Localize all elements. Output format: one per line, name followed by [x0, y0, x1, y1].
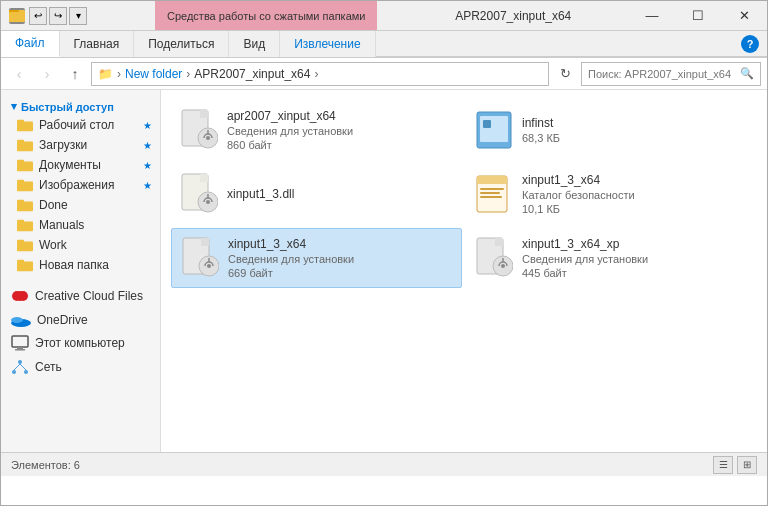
file-item-infinst[interactable]: infinst 68,3 КБ — [466, 100, 757, 160]
sidebar-item-work-label: Work — [39, 238, 67, 252]
qs-btn-3[interactable]: ▾ — [69, 7, 87, 25]
sidebar-item-work[interactable]: Work — [1, 235, 160, 255]
sidebar-item-new-folder[interactable]: Новая папка — [1, 255, 160, 275]
title-bar: ↩ ↪ ▾ Средства работы со сжатыми папками… — [1, 1, 767, 31]
svg-point-35 — [206, 136, 210, 140]
tab-home[interactable]: Главная — [60, 31, 135, 57]
forward-button[interactable]: › — [35, 62, 59, 86]
svg-rect-8 — [17, 181, 33, 191]
tab-share[interactable]: Поделиться — [134, 31, 229, 57]
file-desc-apr2007: Сведения для установки — [227, 125, 353, 137]
search-box[interactable]: 🔍 — [581, 62, 761, 86]
svg-rect-3 — [17, 120, 24, 123]
sidebar-item-pictures[interactable]: Изображения ★ — [1, 175, 160, 195]
file-item-dll[interactable]: xinput1_3.dll — [171, 164, 462, 224]
sidebar-item-done[interactable]: Done — [1, 195, 160, 215]
sidebar-item-documents-label: Документы — [39, 158, 101, 172]
tab-view[interactable]: Вид — [229, 31, 280, 57]
sidebar-item-network[interactable]: Сеть — [1, 355, 160, 379]
breadcrumb-current: APR2007_xinput_x64 — [194, 67, 310, 81]
sidebar-item-documents[interactable]: Документы ★ — [1, 155, 160, 175]
search-icon: 🔍 — [740, 67, 754, 80]
grid-view-button[interactable]: ⊞ — [737, 456, 757, 474]
file-size-infinst: 68,3 КБ — [522, 132, 560, 144]
svg-rect-11 — [17, 200, 24, 203]
svg-rect-47 — [477, 176, 507, 184]
sidebar-quick-access-title: Быстрый доступ — [21, 101, 114, 113]
status-bar: Элементов: 6 ☰ ⊞ — [1, 452, 767, 476]
breadcrumb-new-folder[interactable]: New folder — [125, 67, 182, 81]
tab-extract[interactable]: Извлечение — [280, 31, 375, 57]
close-button[interactable]: ✕ — [721, 1, 767, 30]
maximize-button[interactable]: ☐ — [675, 1, 721, 30]
ribbon: Файл Главная Поделиться Вид Извлечение ? — [1, 31, 767, 58]
svg-rect-9 — [17, 180, 24, 183]
sidebar-item-desktop-label: Рабочий стол — [39, 118, 114, 132]
svg-line-30 — [20, 364, 26, 370]
help-icon[interactable]: ? — [741, 35, 759, 53]
file-item-apr2007[interactable]: apr2007_xinput_x64 Сведения для установк… — [171, 100, 462, 160]
svg-rect-39 — [483, 120, 491, 128]
pin-icon: ★ — [143, 120, 152, 131]
file-icon-setup — [179, 110, 219, 150]
file-item-xp[interactable]: xinput1_3_x64_xp Сведения для установки … — [466, 228, 757, 288]
file-name-infinst: infinst — [522, 116, 560, 130]
qs-btn-2[interactable]: ↪ — [49, 7, 67, 25]
svg-rect-15 — [17, 240, 24, 243]
file-info-xinput-setup: xinput1_3_x64 Сведения для установки 669… — [228, 237, 354, 279]
back-button[interactable]: ‹ — [7, 62, 31, 86]
file-desc-xp: Сведения для установки — [522, 253, 648, 265]
tab-file[interactable]: Файл — [1, 31, 60, 57]
folder-icon — [17, 258, 33, 272]
sidebar-item-desktop[interactable]: Рабочий стол ★ — [1, 115, 160, 135]
svg-rect-23 — [12, 336, 28, 347]
svg-rect-38 — [480, 116, 508, 142]
sidebar-item-downloads[interactable]: Загрузки ★ — [1, 135, 160, 155]
main-area: ▾ Быстрый доступ Рабочий стол ★ Загрузки… — [1, 90, 767, 452]
breadcrumb-sep-3: › — [314, 67, 318, 81]
file-item-catalog[interactable]: xinput1_3_x64 Каталог безопасности 10,1 … — [466, 164, 757, 224]
app-file-icon — [475, 108, 513, 152]
folder-icon — [17, 138, 33, 152]
list-view-button[interactable]: ☰ — [713, 456, 733, 474]
sidebar-item-onedrive[interactable]: OneDrive — [1, 309, 160, 331]
file-size-catalog: 10,1 КБ — [522, 203, 635, 215]
folder-icon — [17, 218, 33, 232]
file-info-apr2007: apr2007_xinput_x64 Сведения для установк… — [227, 109, 353, 151]
minimize-button[interactable]: — — [629, 1, 675, 30]
sidebar-item-new-folder-label: Новая папка — [39, 258, 109, 272]
sidebar-item-manuals-label: Manuals — [39, 218, 84, 232]
file-item-xinput-setup[interactable]: xinput1_3_x64 Сведения для установки 669… — [171, 228, 462, 288]
refresh-button[interactable]: ↻ — [553, 62, 577, 86]
sidebar-item-downloads-label: Загрузки — [39, 138, 87, 152]
computer-icon — [11, 335, 29, 351]
file-icon-dll — [179, 174, 219, 214]
search-input[interactable] — [588, 68, 736, 80]
dll-file-icon — [180, 172, 218, 216]
file-area: apr2007_xinput_x64 Сведения для установк… — [161, 90, 767, 452]
sidebar-item-done-label: Done — [39, 198, 68, 212]
sidebar-item-cc[interactable]: Creative Cloud Files — [1, 283, 160, 309]
sidebar-item-computer[interactable]: Этот компьютер — [1, 331, 160, 355]
svg-rect-6 — [17, 161, 33, 171]
svg-rect-10 — [17, 201, 33, 211]
file-icon-catalog — [474, 174, 514, 214]
setup-file3-icon — [475, 236, 513, 280]
quick-access-label[interactable]: ▾ Быстрый доступ — [1, 96, 160, 115]
breadcrumb[interactable]: 📁 › New folder › APR2007_xinput_x64 › — [91, 62, 549, 86]
pin-icon: ★ — [143, 140, 152, 151]
up-button[interactable]: ↑ — [63, 62, 87, 86]
pin-icon: ★ — [143, 160, 152, 171]
svg-rect-24 — [17, 347, 23, 349]
file-size-apr2007: 860 байт — [227, 139, 353, 151]
sidebar-item-manuals[interactable]: Manuals — [1, 215, 160, 235]
file-size-xp: 445 байт — [522, 267, 648, 279]
svg-point-27 — [12, 370, 16, 374]
svg-point-28 — [24, 370, 28, 374]
ribbon-tabs: Файл Главная Поделиться Вид Извлечение ? — [1, 31, 767, 57]
file-info-catalog: xinput1_3_x64 Каталог безопасности 10,1 … — [522, 173, 635, 215]
folder-icon — [17, 238, 33, 252]
svg-rect-25 — [15, 349, 25, 351]
qs-btn-1[interactable]: ↩ — [29, 7, 47, 25]
sidebar-item-network-label: Сеть — [35, 360, 62, 374]
